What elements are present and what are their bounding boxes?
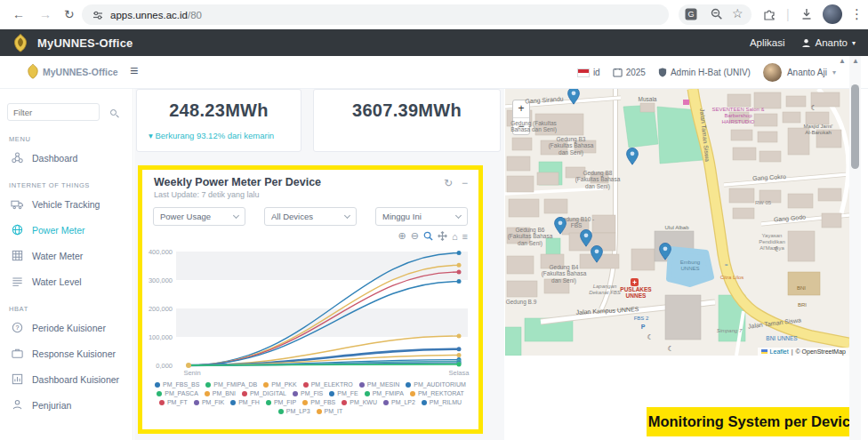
map-marker-pin[interactable]: [567, 89, 581, 108]
refresh-icon[interactable]: ↻: [444, 177, 453, 189]
legend-item-PM_FT[interactable]: PM_FT: [159, 399, 188, 405]
navbar-brand: MyUNNES-Office: [37, 36, 133, 50]
legend-item-PM_BNI[interactable]: PM_BNI: [205, 390, 236, 396]
sidebar-item-dashboard-kuisioner[interactable]: Dashboard Kuisioner: [0, 366, 133, 392]
map-label: Yayasan Pendidikan Al'Mazaya: [751, 233, 793, 252]
legend-item-PM_LP3[interactable]: PM_LP3: [278, 408, 310, 414]
language-switcher[interactable]: id: [577, 68, 600, 77]
osm-link[interactable]: © OpenStreetMap: [795, 348, 846, 355]
device-select[interactable]: All Devices: [264, 207, 357, 226]
extensions-icon[interactable]: [763, 8, 776, 20]
svg-text:200,000: 200,000: [149, 305, 173, 313]
sidebar-item-vehicle-tracking[interactable]: Vehicle Tracking: [0, 191, 133, 217]
svg-text:100,000: 100,000: [149, 333, 173, 341]
chart-last-update: Last Update: 7 detik yang lalu: [154, 190, 260, 199]
legend-item-PM_IT[interactable]: PM_IT: [317, 408, 343, 414]
map-marker-pin[interactable]: [659, 243, 672, 264]
metric-select[interactable]: Power Usage: [153, 207, 245, 226]
legend-item-PM_FMIPA_DB[interactable]: PM_FMIPA_DB: [205, 381, 257, 388]
legend-item-PM_FMIPA[interactable]: PM_FMIPA: [365, 390, 404, 396]
sidebar-item-power-meter[interactable]: Power Meter: [0, 217, 133, 243]
legend-item-PM_RILMU[interactable]: PM_RILMU: [422, 399, 462, 405]
legend-item-PM_FIS[interactable]: PM_FIS: [293, 390, 323, 396]
download-icon[interactable]: [800, 8, 813, 20]
site-settings-icon[interactable]: [92, 10, 103, 20]
pan-icon[interactable]: [438, 231, 447, 241]
navbar-user-menu[interactable]: Ananto ▾: [801, 37, 856, 48]
stat-value: 248.23MWh: [137, 100, 301, 121]
calendar-icon: [613, 68, 623, 77]
legend-item-PM_LP2[interactable]: PM_LP2: [383, 399, 415, 405]
sidebar-item-dashboard[interactable]: Dashboard: [0, 145, 133, 171]
forward-icon[interactable]: →: [39, 5, 52, 23]
legend-item-PM_FBS[interactable]: PM_FBS: [302, 399, 335, 405]
user-avatar: [763, 63, 782, 82]
power-line-chart[interactable]: 0,000100,000200,000300,000400,000SeninSe…: [146, 241, 475, 378]
marker-pin-icon: [659, 243, 672, 260]
legend-item-PM_AUDITORIUM[interactable]: PM_AUDITORIUM: [406, 381, 466, 388]
scroll-up-icon[interactable]: ▲: [852, 57, 859, 65]
home-icon[interactable]: ⌂: [452, 231, 458, 242]
briefcase-icon: [11, 347, 24, 360]
sidebar-item-label: Water Level: [32, 276, 82, 287]
legend-item-PM_KWU[interactable]: PM_KWU: [342, 399, 377, 405]
period-select[interactable]: Minggu Ini: [375, 207, 468, 226]
sidebar-item-water-meter[interactable]: Water Meter: [0, 243, 133, 268]
sidebar-item-penjurian[interactable]: Penjurian: [0, 392, 133, 418]
sidebar-section-label: MENU: [9, 135, 133, 143]
scrollbar-thumb[interactable]: [851, 84, 859, 169]
question-icon: ?: [11, 321, 24, 334]
user-menu[interactable]: Ananto Aji ▾: [763, 63, 836, 82]
back-icon[interactable]: ←: [12, 5, 25, 23]
sidebar-item-response-kuisioner[interactable]: Response Kuisioner: [0, 340, 133, 366]
legend-item-PM_FBS_BS[interactable]: PM_FBS_BS: [155, 381, 199, 388]
map-label: Simpang 7: [717, 328, 743, 334]
role-badge[interactable]: Admin H-Bat (UNIV): [658, 68, 751, 77]
apphead-brand[interactable]: MyUNNES-Office: [43, 67, 118, 77]
legend-item-PM_FIK[interactable]: PM_FIK: [194, 399, 224, 405]
sidebar-item-label: Response Kuisioner: [32, 348, 116, 359]
indonesia-flag-icon: [577, 68, 590, 77]
navbar-link-aplikasi[interactable]: Aplikasi: [750, 37, 785, 48]
map-label: BNI: [797, 285, 806, 292]
sidebar-item-periode-kuisioner[interactable]: ?Periode Kuisioner: [0, 315, 133, 340]
legend-item-PM_DIGITAL[interactable]: PM_DIGITAL: [242, 390, 286, 396]
url-path: /80: [188, 10, 202, 20]
legend-item-PM_FIP[interactable]: PM_FIP: [266, 399, 296, 405]
year-selector[interactable]: 2025: [613, 68, 646, 77]
svg-text:400,000: 400,000: [149, 248, 173, 256]
scroll-up-icon[interactable]: ▲: [839, 57, 846, 65]
mosque-icon: ☾: [647, 333, 653, 341]
browser-profile-avatar[interactable]: [823, 4, 842, 24]
search-icon[interactable]: [110, 109, 117, 116]
browser-menu-icon[interactable]: ⋮: [850, 5, 864, 23]
legend-item-PM_PKK[interactable]: PM_PKK: [263, 381, 296, 388]
map-label: P: [641, 324, 646, 331]
map-marker-pin[interactable]: [591, 245, 604, 267]
map-marker-pin[interactable]: [554, 217, 567, 238]
leaflet-link[interactable]: Leaflet: [770, 348, 789, 355]
legend-item-PM_FH[interactable]: PM_FH: [230, 399, 260, 405]
reload-icon[interactable]: ↻: [64, 5, 75, 23]
translate-icon[interactable]: G: [685, 8, 697, 20]
collapse-icon[interactable]: −: [462, 177, 468, 189]
legend-item-PM_MESIN[interactable]: PM_MESIN: [359, 381, 400, 388]
map-marker-pin[interactable]: [626, 148, 639, 169]
box-zoom-icon[interactable]: [423, 231, 433, 241]
mosque-icon: ☾: [667, 345, 673, 353]
filter-input[interactable]: [7, 103, 100, 121]
sidebar-item-label: Water Meter: [32, 251, 83, 261]
legend-item-PM_ELEKTRO[interactable]: PM_ELEKTRO: [303, 381, 353, 388]
ukraine-flag-icon: [761, 349, 768, 354]
sidebar-item-water-level[interactable]: Water Level: [0, 268, 133, 294]
hamburger-icon[interactable]: ≡: [130, 63, 138, 79]
legend-item-PM_REKTORAT[interactable]: PM_REKTORAT: [410, 390, 464, 396]
map-label: Gang Godo: [774, 213, 807, 223]
bookmark-star-icon[interactable]: ☆: [732, 4, 743, 22]
legend-item-PM_FE[interactable]: PM_FE: [329, 390, 358, 396]
menu-icon[interactable]: ≡: [462, 231, 468, 242]
zoom-icon[interactable]: [711, 8, 723, 20]
legend-item-PM_PASCA[interactable]: PM_PASCA: [157, 390, 198, 396]
device-map[interactable]: ≈ + − Gang SiranduMusalaSEVENTEEN Salon …: [505, 89, 849, 356]
address-bar[interactable]: apps.unnes.ac.id/80: [82, 4, 669, 25]
